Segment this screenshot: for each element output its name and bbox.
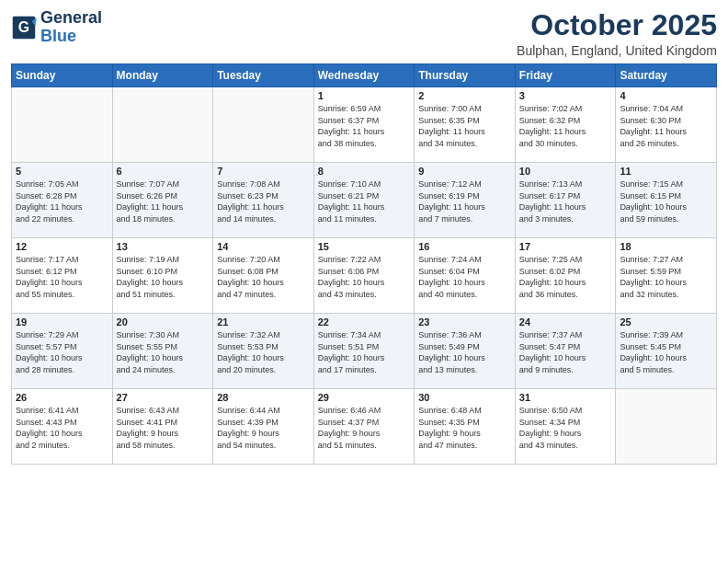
day-info: Sunrise: 7:02 AM Sunset: 6:32 PM Dayligh… bbox=[519, 103, 612, 149]
calendar-cell: 18Sunrise: 7:27 AM Sunset: 5:59 PM Dayli… bbox=[616, 238, 717, 314]
day-number: 29 bbox=[318, 392, 411, 403]
calendar-cell: 8Sunrise: 7:10 AM Sunset: 6:21 PM Daylig… bbox=[313, 163, 415, 238]
calendar-table: SundayMondayTuesdayWednesdayThursdayFrid… bbox=[11, 63, 717, 465]
page-container: G General Blue October 2025 Bulphan, Eng… bbox=[0, 0, 728, 472]
calendar-cell: 10Sunrise: 7:13 AM Sunset: 6:17 PM Dayli… bbox=[515, 163, 616, 238]
calendar-cell: 26Sunrise: 6:41 AM Sunset: 4:43 PM Dayli… bbox=[12, 389, 113, 465]
weekday-header: Saturday bbox=[616, 64, 717, 87]
day-number: 25 bbox=[620, 316, 712, 327]
weekday-header: Wednesday bbox=[313, 64, 415, 87]
day-info: Sunrise: 7:22 AM Sunset: 6:06 PM Dayligh… bbox=[318, 254, 411, 300]
calendar-week-row: 5Sunrise: 7:05 AM Sunset: 6:28 PM Daylig… bbox=[12, 163, 717, 238]
day-info: Sunrise: 6:41 AM Sunset: 4:43 PM Dayligh… bbox=[16, 405, 108, 451]
calendar-cell: 30Sunrise: 6:48 AM Sunset: 4:35 PM Dayli… bbox=[415, 389, 516, 465]
day-info: Sunrise: 7:20 AM Sunset: 6:08 PM Dayligh… bbox=[217, 254, 310, 300]
day-number: 3 bbox=[519, 90, 612, 101]
calendar-cell: 19Sunrise: 7:29 AM Sunset: 5:57 PM Dayli… bbox=[12, 314, 113, 389]
day-number: 10 bbox=[519, 166, 612, 177]
calendar-cell: 16Sunrise: 7:24 AM Sunset: 6:04 PM Dayli… bbox=[415, 238, 516, 314]
day-number: 6 bbox=[117, 166, 210, 177]
weekday-header: Thursday bbox=[415, 64, 516, 87]
weekday-header: Tuesday bbox=[213, 64, 314, 87]
day-info: Sunrise: 6:50 AM Sunset: 4:34 PM Dayligh… bbox=[519, 405, 612, 451]
calendar-cell: 13Sunrise: 7:19 AM Sunset: 6:10 PM Dayli… bbox=[112, 238, 213, 314]
day-number: 28 bbox=[217, 392, 310, 403]
day-number: 4 bbox=[620, 90, 712, 101]
title-block: October 2025 Bulphan, England, United Ki… bbox=[517, 9, 717, 58]
day-info: Sunrise: 7:10 AM Sunset: 6:21 PM Dayligh… bbox=[318, 178, 411, 224]
calendar-cell: 15Sunrise: 7:22 AM Sunset: 6:06 PM Dayli… bbox=[313, 238, 415, 314]
calendar-week-row: 12Sunrise: 7:17 AM Sunset: 6:12 PM Dayli… bbox=[12, 238, 717, 314]
day-number: 16 bbox=[418, 241, 511, 252]
calendar-cell: 6Sunrise: 7:07 AM Sunset: 6:26 PM Daylig… bbox=[112, 163, 213, 238]
calendar-cell: 7Sunrise: 7:08 AM Sunset: 6:23 PM Daylig… bbox=[213, 163, 314, 238]
day-info: Sunrise: 6:44 AM Sunset: 4:39 PM Dayligh… bbox=[217, 405, 310, 451]
day-number: 30 bbox=[418, 392, 511, 403]
weekday-header: Friday bbox=[515, 64, 616, 87]
day-number: 8 bbox=[318, 166, 411, 177]
day-number: 23 bbox=[418, 316, 511, 327]
day-number: 7 bbox=[217, 166, 310, 177]
day-number: 13 bbox=[117, 241, 210, 252]
calendar-cell bbox=[213, 87, 314, 163]
calendar-week-row: 26Sunrise: 6:41 AM Sunset: 4:43 PM Dayli… bbox=[12, 389, 717, 465]
calendar-cell: 17Sunrise: 7:25 AM Sunset: 6:02 PM Dayli… bbox=[515, 238, 616, 314]
day-info: Sunrise: 7:08 AM Sunset: 6:23 PM Dayligh… bbox=[217, 178, 310, 224]
day-info: Sunrise: 7:29 AM Sunset: 5:57 PM Dayligh… bbox=[16, 329, 108, 375]
calendar-week-row: 1Sunrise: 6:59 AM Sunset: 6:37 PM Daylig… bbox=[12, 87, 717, 163]
calendar-cell: 22Sunrise: 7:34 AM Sunset: 5:51 PM Dayli… bbox=[313, 314, 415, 389]
day-info: Sunrise: 7:13 AM Sunset: 6:17 PM Dayligh… bbox=[519, 178, 612, 224]
day-number: 9 bbox=[418, 166, 511, 177]
day-number: 5 bbox=[16, 166, 108, 177]
calendar-cell: 4Sunrise: 7:04 AM Sunset: 6:30 PM Daylig… bbox=[616, 87, 717, 163]
day-info: Sunrise: 7:19 AM Sunset: 6:10 PM Dayligh… bbox=[117, 254, 210, 300]
day-number: 12 bbox=[16, 241, 108, 252]
calendar-cell: 27Sunrise: 6:43 AM Sunset: 4:41 PM Dayli… bbox=[112, 389, 213, 465]
day-info: Sunrise: 7:15 AM Sunset: 6:15 PM Dayligh… bbox=[620, 178, 712, 224]
day-number: 14 bbox=[217, 241, 310, 252]
day-info: Sunrise: 6:59 AM Sunset: 6:37 PM Dayligh… bbox=[318, 103, 411, 149]
weekday-header: Monday bbox=[112, 64, 213, 87]
day-number: 31 bbox=[519, 392, 612, 403]
day-info: Sunrise: 7:32 AM Sunset: 5:53 PM Dayligh… bbox=[217, 329, 310, 375]
day-info: Sunrise: 7:00 AM Sunset: 6:35 PM Dayligh… bbox=[418, 103, 511, 149]
day-number: 22 bbox=[318, 316, 411, 327]
day-info: Sunrise: 7:39 AM Sunset: 5:45 PM Dayligh… bbox=[620, 329, 712, 375]
day-info: Sunrise: 6:48 AM Sunset: 4:35 PM Dayligh… bbox=[418, 405, 511, 451]
calendar-cell: 28Sunrise: 6:44 AM Sunset: 4:39 PM Dayli… bbox=[213, 389, 314, 465]
calendar-cell: 23Sunrise: 7:36 AM Sunset: 5:49 PM Dayli… bbox=[415, 314, 516, 389]
calendar-cell: 20Sunrise: 7:30 AM Sunset: 5:55 PM Dayli… bbox=[112, 314, 213, 389]
day-number: 2 bbox=[418, 90, 511, 101]
day-number: 17 bbox=[519, 241, 612, 252]
day-info: Sunrise: 7:37 AM Sunset: 5:47 PM Dayligh… bbox=[519, 329, 612, 375]
day-number: 19 bbox=[16, 316, 108, 327]
calendar-week-row: 19Sunrise: 7:29 AM Sunset: 5:57 PM Dayli… bbox=[12, 314, 717, 389]
day-info: Sunrise: 7:17 AM Sunset: 6:12 PM Dayligh… bbox=[16, 254, 108, 300]
header: G General Blue October 2025 Bulphan, Eng… bbox=[11, 9, 717, 58]
svg-text:G: G bbox=[18, 19, 29, 35]
calendar-cell: 9Sunrise: 7:12 AM Sunset: 6:19 PM Daylig… bbox=[415, 163, 516, 238]
day-number: 24 bbox=[519, 316, 612, 327]
day-info: Sunrise: 7:30 AM Sunset: 5:55 PM Dayligh… bbox=[117, 329, 210, 375]
calendar-cell bbox=[12, 87, 113, 163]
day-info: Sunrise: 7:36 AM Sunset: 5:49 PM Dayligh… bbox=[418, 329, 511, 375]
day-number: 20 bbox=[117, 316, 210, 327]
day-number: 26 bbox=[16, 392, 108, 403]
day-number: 11 bbox=[620, 166, 712, 177]
location: Bulphan, England, United Kingdom bbox=[517, 43, 717, 58]
weekday-header: Sunday bbox=[12, 64, 113, 87]
calendar-cell: 29Sunrise: 6:46 AM Sunset: 4:37 PM Dayli… bbox=[313, 389, 415, 465]
day-info: Sunrise: 7:04 AM Sunset: 6:30 PM Dayligh… bbox=[620, 103, 712, 149]
calendar-cell: 31Sunrise: 6:50 AM Sunset: 4:34 PM Dayli… bbox=[515, 389, 616, 465]
day-info: Sunrise: 6:46 AM Sunset: 4:37 PM Dayligh… bbox=[318, 405, 411, 451]
calendar-cell: 21Sunrise: 7:32 AM Sunset: 5:53 PM Dayli… bbox=[213, 314, 314, 389]
day-number: 15 bbox=[318, 241, 411, 252]
calendar-cell: 5Sunrise: 7:05 AM Sunset: 6:28 PM Daylig… bbox=[12, 163, 113, 238]
month-title: October 2025 bbox=[517, 9, 717, 41]
calendar-cell bbox=[112, 87, 213, 163]
day-info: Sunrise: 7:25 AM Sunset: 6:02 PM Dayligh… bbox=[519, 254, 612, 300]
day-info: Sunrise: 7:05 AM Sunset: 6:28 PM Dayligh… bbox=[16, 178, 108, 224]
logo: G General Blue bbox=[11, 9, 102, 46]
calendar-header-row: SundayMondayTuesdayWednesdayThursdayFrid… bbox=[12, 64, 717, 87]
calendar-cell: 11Sunrise: 7:15 AM Sunset: 6:15 PM Dayli… bbox=[616, 163, 717, 238]
